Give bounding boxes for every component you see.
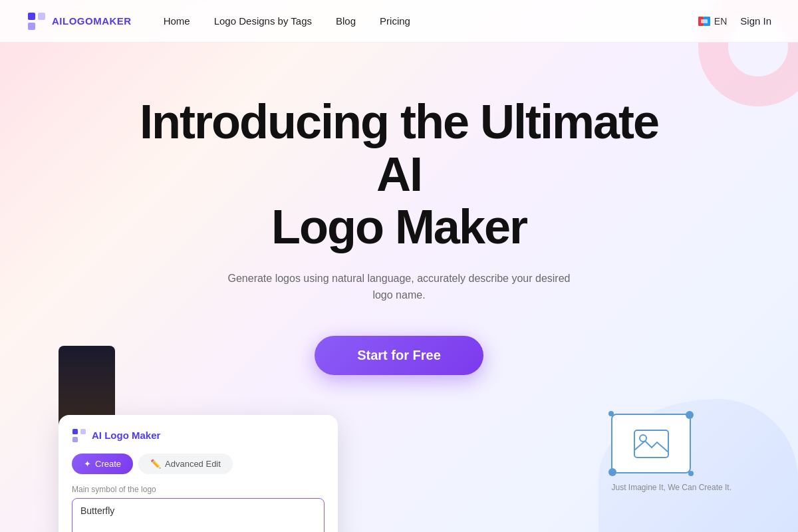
main-symbol-input[interactable]: Butterfly [72,498,325,532]
main-symbol-label: Main symbol of the logo [72,485,325,494]
svg-rect-7 [72,437,78,442]
corner-dot-br [688,471,694,476]
right-preview-area: Just Imagine It, We Can Create It. [611,414,732,492]
language-label: EN [714,16,727,27]
corner-dot-tl [608,411,614,416]
svg-rect-6 [72,429,78,434]
nav-links: Home Logo Designs by Tags Blog Pricing [164,15,698,27]
card-header: AI Logo Maker [72,428,325,443]
language-button[interactable]: EN [698,16,727,27]
card-tabs: ✦ Create ✏️ Advanced Edit [72,454,325,474]
brand-name: AILOGOMAKER [52,15,132,27]
svg-rect-5 [701,19,708,23]
app-preview-card: AI Logo Maker ✦ Create ✏️ Advanced Edit … [59,415,338,532]
navbar: AILOGOMAKER Home Logo Designs by Tags Bl… [0,0,798,43]
main-symbol-value: Butterfly [80,505,114,516]
sign-in-button[interactable]: Sign In [740,15,771,27]
corner-dot-tr [686,411,694,419]
placeholder-image-icon [633,429,670,459]
card-logo-icon [72,428,86,443]
svg-rect-8 [80,429,86,434]
hero-section: Introducing the Ultimate AI Logo Maker G… [0,43,798,402]
nav-logo-designs[interactable]: Logo Designs by Tags [214,15,312,27]
brand-logo[interactable]: AILOGOMAKER [27,11,132,31]
hero-title: Introducing the Ultimate AI Logo Maker [133,96,665,254]
sparkle-icon: ✦ [84,459,91,469]
image-placeholder [611,414,691,473]
svg-rect-1 [28,23,35,30]
tab-advanced-edit-button[interactable]: ✏️ Advanced Edit [138,454,233,474]
language-icon [698,17,710,26]
corner-dot-bl [608,468,616,476]
edit-icon: ✏️ [150,459,161,469]
nav-right: EN Sign In [698,15,771,27]
hero-subtitle: Generate logos using natural language, a… [226,270,572,304]
nav-pricing[interactable]: Pricing [380,15,410,27]
nav-blog[interactable]: Blog [336,15,356,27]
nav-home[interactable]: Home [164,15,190,27]
svg-rect-0 [28,13,35,20]
start-free-button[interactable]: Start for Free [315,336,483,375]
logo-icon [27,11,47,31]
svg-rect-9 [634,430,668,458]
imagine-tagline: Just Imagine It, We Can Create It. [611,483,732,492]
tab-create-button[interactable]: ✦ Create [72,454,133,474]
svg-rect-2 [38,13,45,20]
card-title: AI Logo Maker [92,430,160,441]
